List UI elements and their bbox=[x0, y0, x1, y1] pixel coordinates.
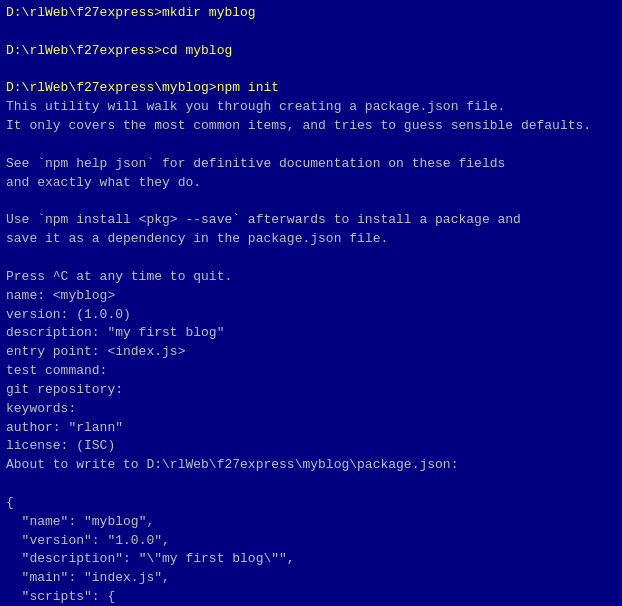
terminal-line bbox=[6, 475, 616, 494]
terminal-line bbox=[6, 249, 616, 268]
terminal-line: "scripts": { bbox=[6, 588, 616, 606]
terminal-line: "version": "1.0.0", bbox=[6, 532, 616, 551]
terminal-line: "main": "index.js", bbox=[6, 569, 616, 588]
terminal-line: { bbox=[6, 494, 616, 513]
terminal-line: This utility will walk you through creat… bbox=[6, 98, 616, 117]
terminal-line bbox=[6, 192, 616, 211]
terminal-line bbox=[6, 61, 616, 80]
terminal-line: See `npm help json` for definitive docum… bbox=[6, 155, 616, 174]
terminal-line: "description": "\"my first blog\"", bbox=[6, 550, 616, 569]
terminal-line: Use `npm install <pkg> --save` afterward… bbox=[6, 211, 616, 230]
terminal-line: version: (1.0.0) bbox=[6, 306, 616, 325]
terminal-line: D:\rlWeb\f27express\myblog>npm init bbox=[6, 79, 616, 98]
terminal-line: D:\rlWeb\f27express>cd myblog bbox=[6, 42, 616, 61]
terminal-line: About to write to D:\rlWeb\f27express\my… bbox=[6, 456, 616, 475]
terminal-line: and exactly what they do. bbox=[6, 174, 616, 193]
terminal-line: entry point: <index.js> bbox=[6, 343, 616, 362]
terminal-line: license: (ISC) bbox=[6, 437, 616, 456]
terminal-line bbox=[6, 23, 616, 42]
terminal-line: "name": "myblog", bbox=[6, 513, 616, 532]
terminal-line: description: "my first blog" bbox=[6, 324, 616, 343]
terminal-line: test command: bbox=[6, 362, 616, 381]
terminal-line: It only covers the most common items, an… bbox=[6, 117, 616, 136]
terminal-window: D:\rlWeb\f27express>mkdir myblog D:\rlWe… bbox=[0, 0, 622, 606]
terminal-line bbox=[6, 136, 616, 155]
terminal-line: git repository: bbox=[6, 381, 616, 400]
terminal-line: D:\rlWeb\f27express>mkdir myblog bbox=[6, 4, 616, 23]
terminal-line: Press ^C at any time to quit. bbox=[6, 268, 616, 287]
terminal-line: save it as a dependency in the package.j… bbox=[6, 230, 616, 249]
terminal-line: author: "rlann" bbox=[6, 419, 616, 438]
terminal-line: keywords: bbox=[6, 400, 616, 419]
terminal-line: name: <myblog> bbox=[6, 287, 616, 306]
